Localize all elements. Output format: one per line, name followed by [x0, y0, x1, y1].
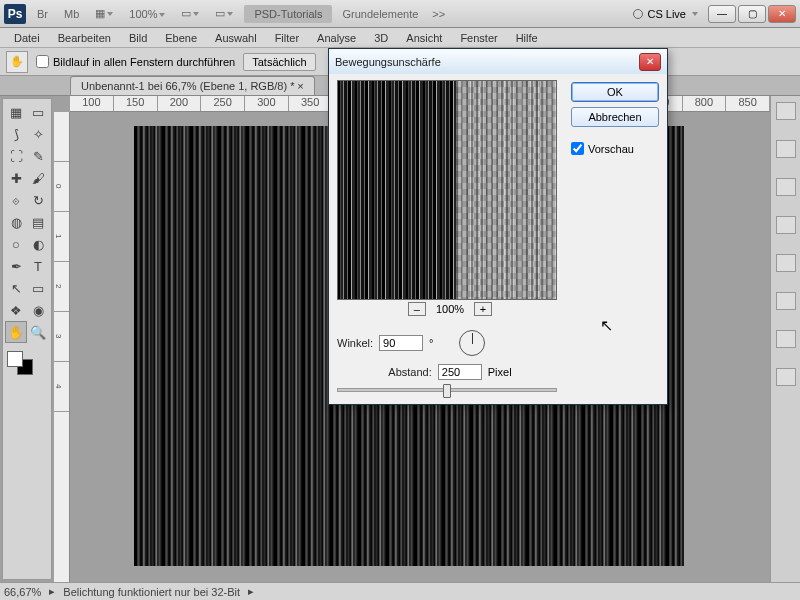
preview-checkbox[interactable]: Vorschau: [571, 142, 659, 155]
menu-datei[interactable]: Datei: [6, 30, 48, 46]
zoom-dropdown[interactable]: 100%: [124, 5, 170, 23]
menu-hilfe[interactable]: Hilfe: [508, 30, 546, 46]
dodge-tool[interactable]: ◐: [27, 233, 49, 255]
gradient-tool[interactable]: ▤: [27, 211, 49, 233]
motion-blur-dialog: Bewegungsunschärfe ✕ – 100% + Winkel: °: [328, 48, 668, 405]
paths-panel-icon[interactable]: [776, 368, 796, 386]
hand-tool-icon: ✋: [6, 51, 28, 73]
workspace-more[interactable]: >>: [428, 6, 449, 22]
menu-fenster[interactable]: Fenster: [452, 30, 505, 46]
path-tool[interactable]: ↖: [5, 277, 27, 299]
distance-input[interactable]: [438, 364, 482, 380]
right-panel-dock: [770, 96, 800, 582]
adjustments-panel-icon[interactable]: [776, 216, 796, 234]
minibridge-button[interactable]: Mb: [59, 5, 84, 23]
dialog-close-button[interactable]: ✕: [639, 53, 661, 71]
menu-bild[interactable]: Bild: [121, 30, 155, 46]
toolbox: ▦▭ ⟆✧ ⛶✎ ✚🖌 ⟐↻ ◍▤ ○◐ ✒T ↖▭ ❖◉ ✋🔍: [2, 98, 52, 580]
cslive-icon: [633, 9, 643, 19]
ruler-vertical: 01234: [54, 112, 70, 582]
extras-dropdown[interactable]: ▭: [210, 4, 238, 23]
foreground-swatch[interactable]: [7, 351, 23, 367]
workspace-active[interactable]: PSD-Tutorials: [244, 5, 332, 23]
distance-label: Abstand:: [388, 366, 431, 378]
menu-3d[interactable]: 3D: [366, 30, 396, 46]
distance-unit: Pixel: [488, 366, 512, 378]
status-info: Belichtung funktioniert nur bei 32-Bit: [63, 586, 240, 598]
maximize-button[interactable]: ▢: [738, 5, 766, 23]
hand-tool[interactable]: ✋: [5, 321, 27, 343]
eyedropper-tool[interactable]: ✎: [27, 145, 49, 167]
filter-preview[interactable]: [337, 80, 557, 300]
document-tab[interactable]: Unbenannt-1 bei 66,7% (Ebene 1, RGB/8) *…: [70, 76, 315, 95]
layers-panel-icon[interactable]: [776, 292, 796, 310]
dialog-titlebar[interactable]: Bewegungsunschärfe ✕: [329, 49, 667, 74]
close-button[interactable]: ✕: [768, 5, 796, 23]
menu-bearbeiten[interactable]: Bearbeiten: [50, 30, 119, 46]
status-zoom[interactable]: 66,67%: [4, 586, 41, 598]
stamp-tool[interactable]: ⟐: [5, 189, 27, 211]
channels-panel-icon[interactable]: [776, 330, 796, 348]
actual-pixels-button[interactable]: Tatsächlich: [243, 53, 315, 71]
zoom-tool[interactable]: 🔍: [27, 321, 49, 343]
arrange-dropdown[interactable]: ▭: [176, 4, 204, 23]
menu-ansicht[interactable]: Ansicht: [398, 30, 450, 46]
minimize-button[interactable]: —: [708, 5, 736, 23]
bridge-button[interactable]: Br: [32, 5, 53, 23]
color-swatches[interactable]: [5, 349, 49, 377]
history-brush-tool[interactable]: ↻: [27, 189, 49, 211]
styles-panel-icon[interactable]: [776, 178, 796, 196]
pen-tool[interactable]: ✒: [5, 255, 27, 277]
preview-zoom: 100%: [436, 303, 464, 315]
shape-tool[interactable]: ▭: [27, 277, 49, 299]
dialog-title: Bewegungsunschärfe: [335, 56, 441, 68]
lasso-tool[interactable]: ⟆: [5, 123, 27, 145]
cs-live-button[interactable]: CS Live: [633, 8, 698, 20]
menu-ebene[interactable]: Ebene: [157, 30, 205, 46]
blur-tool[interactable]: ○: [5, 233, 27, 255]
angle-label: Winkel:: [337, 337, 373, 349]
3d-tool[interactable]: ❖: [5, 299, 27, 321]
move-tool[interactable]: ▦: [5, 101, 27, 123]
zoom-out-button[interactable]: –: [408, 302, 426, 316]
cursor-icon: ↖: [600, 316, 613, 335]
wand-tool[interactable]: ✧: [27, 123, 49, 145]
swatches-panel-icon[interactable]: [776, 140, 796, 158]
menu-filter[interactable]: Filter: [267, 30, 307, 46]
title-bar: Ps Br Mb ▦ 100% ▭ ▭ PSD-Tutorials Grunde…: [0, 0, 800, 28]
zoom-in-button[interactable]: +: [474, 302, 492, 316]
menu-auswahl[interactable]: Auswahl: [207, 30, 265, 46]
ok-button[interactable]: OK: [571, 82, 659, 102]
type-tool[interactable]: T: [27, 255, 49, 277]
screen-mode-dropdown[interactable]: ▦: [90, 4, 118, 23]
slider-thumb[interactable]: [443, 384, 451, 398]
app-logo: Ps: [4, 4, 26, 24]
distance-slider[interactable]: [337, 388, 557, 392]
menubar: Datei Bearbeiten Bild Ebene Auswahl Filt…: [0, 28, 800, 48]
eraser-tool[interactable]: ◍: [5, 211, 27, 233]
masks-panel-icon[interactable]: [776, 254, 796, 272]
menu-analyse[interactable]: Analyse: [309, 30, 364, 46]
status-bar: 66,67% ▸ Belichtung funktioniert nur bei…: [0, 582, 800, 600]
brush-tool[interactable]: 🖌: [27, 167, 49, 189]
heal-tool[interactable]: ✚: [5, 167, 27, 189]
angle-unit: °: [429, 337, 433, 349]
angle-dial[interactable]: [459, 330, 485, 356]
scroll-all-checkbox[interactable]: Bildlauf in allen Fenstern durchführen: [36, 55, 235, 68]
cancel-button[interactable]: Abbrechen: [571, 107, 659, 127]
camera-tool[interactable]: ◉: [27, 299, 49, 321]
angle-input[interactable]: [379, 335, 423, 351]
marquee-tool[interactable]: ▭: [27, 101, 49, 123]
workspace-item[interactable]: Grundelemente: [338, 6, 422, 22]
color-panel-icon[interactable]: [776, 102, 796, 120]
crop-tool[interactable]: ⛶: [5, 145, 27, 167]
close-tab-icon[interactable]: ×: [297, 80, 303, 92]
